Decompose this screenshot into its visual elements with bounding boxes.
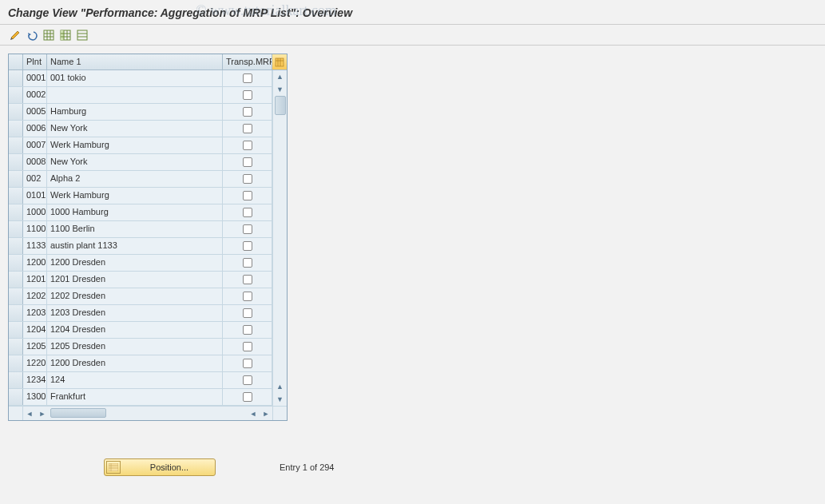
row-selector[interactable] [9,389,23,405]
cell-name1[interactable] [47,87,223,103]
cell-plnt[interactable]: 1200 [23,255,47,271]
change-mode-button[interactable] [8,28,22,42]
row-selector[interactable] [9,372,23,388]
row-selector[interactable] [9,87,23,103]
transp-checkbox[interactable] [243,224,252,234]
cell-name1[interactable]: 1202 Dresden [47,288,223,304]
row-selector[interactable] [9,238,23,254]
row-selector[interactable] [9,70,23,86]
transp-checkbox[interactable] [243,275,252,284]
cell-name1[interactable]: New York [47,121,223,137]
cell-name1[interactable]: Alpha 2 [47,171,223,187]
cell-plnt[interactable]: 0002 [23,87,47,103]
row-selector[interactable] [9,204,23,220]
column-header-transp[interactable]: Transp.MRP [223,54,272,69]
cell-plnt[interactable]: 1234 [23,372,47,388]
transp-checkbox[interactable] [243,157,252,167]
cell-name1[interactable]: 1200 Dresden [47,355,223,371]
transp-checkbox[interactable] [243,392,252,402]
cell-plnt[interactable]: 1204 [23,322,47,338]
cell-plnt[interactable]: 0005 [23,104,47,120]
cell-plnt[interactable]: 1201 [23,272,47,288]
row-selector[interactable] [9,322,23,338]
cell-plnt[interactable]: 0007 [23,137,47,153]
save-layout-button[interactable] [58,28,73,42]
cell-plnt[interactable]: 1133 [23,238,47,254]
scroll-right-button[interactable]: ► [260,407,272,420]
row-selector[interactable] [9,272,23,288]
transp-checkbox[interactable] [243,107,252,117]
cell-name1[interactable]: 1200 Dresden [47,255,223,271]
cell-plnt[interactable]: 1202 [23,288,47,304]
transp-checkbox[interactable] [243,191,252,200]
deselect-all-button[interactable] [75,28,89,42]
cell-name1[interactable]: 124 [47,372,223,388]
cell-plnt[interactable]: 1000 [23,204,47,220]
row-selector[interactable] [9,255,23,271]
cell-plnt[interactable]: 1205 [23,339,47,355]
row-selector[interactable] [9,305,23,321]
cell-name1[interactable]: Frankfurt [47,389,223,405]
transp-checkbox[interactable] [243,208,252,217]
cell-name1[interactable]: 1205 Dresden [47,339,223,355]
cell-name1[interactable]: austin plant 1133 [47,238,223,254]
transp-checkbox[interactable] [243,90,252,100]
cell-plnt[interactable]: 1203 [23,305,47,321]
cell-name1[interactable]: 001 tokio [47,70,223,86]
cell-plnt[interactable]: 1100 [23,221,47,237]
v-scroll-thumb[interactable] [275,96,286,115]
scroll-right-button-inner[interactable]: ► [36,407,49,420]
cell-name1[interactable]: Hamburg [47,104,223,120]
transp-checkbox[interactable] [243,359,252,368]
h-scroll-track[interactable] [49,407,247,420]
row-selector[interactable] [9,221,23,237]
row-selector[interactable] [9,355,23,371]
transp-checkbox[interactable] [243,241,252,251]
position-button[interactable]: Position... [104,458,216,476]
transp-checkbox[interactable] [243,174,252,184]
transp-checkbox[interactable] [243,141,252,150]
cell-plnt[interactable]: 0001 [23,70,47,86]
undo-button[interactable] [25,28,39,42]
row-selector[interactable] [9,339,23,355]
table-settings-button[interactable] [272,54,287,69]
column-header-plnt[interactable]: Plnt [23,54,47,69]
cell-plnt[interactable]: 1300 [23,389,47,405]
scroll-up-button-2[interactable]: ▲ [273,380,287,393]
cell-plnt[interactable]: 0101 [23,188,47,204]
cell-name1[interactable]: 1203 Dresden [47,305,223,321]
scroll-left-button-2[interactable]: ◄ [247,407,260,420]
h-scroll-thumb[interactable] [50,408,106,418]
row-selector[interactable] [9,104,23,120]
row-selector[interactable] [9,137,23,153]
transp-checkbox[interactable] [243,258,252,268]
transp-checkbox[interactable] [243,342,252,351]
cell-name1[interactable]: 1204 Dresden [47,322,223,338]
scroll-down-button-inner[interactable]: ▼ [273,83,287,96]
transp-checkbox[interactable] [243,292,252,301]
scroll-left-button[interactable]: ◄ [23,407,36,420]
cell-plnt[interactable]: 1220 [23,355,47,371]
row-selector[interactable] [9,171,23,187]
cell-plnt[interactable]: 0008 [23,154,47,170]
cell-plnt[interactable]: 002 [23,171,47,187]
select-all-button[interactable] [42,28,56,42]
scroll-down-button[interactable]: ▼ [273,393,287,406]
transp-checkbox[interactable] [243,325,252,335]
cell-plnt[interactable]: 0006 [23,121,47,137]
transp-checkbox[interactable] [243,308,252,318]
column-header-name1[interactable]: Name 1 [47,54,223,69]
row-selector[interactable] [9,154,23,170]
row-selector[interactable] [9,121,23,137]
transp-checkbox[interactable] [243,73,252,83]
transp-checkbox[interactable] [243,124,252,133]
v-scroll-track[interactable] [273,96,287,380]
scroll-up-button[interactable]: ▲ [273,70,287,83]
transp-checkbox[interactable] [243,375,252,385]
row-selector[interactable] [9,288,23,304]
row-selector[interactable] [9,188,23,204]
cell-name1[interactable]: 1100 Berlin [47,221,223,237]
row-selector-header[interactable] [9,54,23,69]
cell-name1[interactable]: Werk Hamburg [47,188,223,204]
cell-name1[interactable]: Werk Hamburg [47,137,223,153]
